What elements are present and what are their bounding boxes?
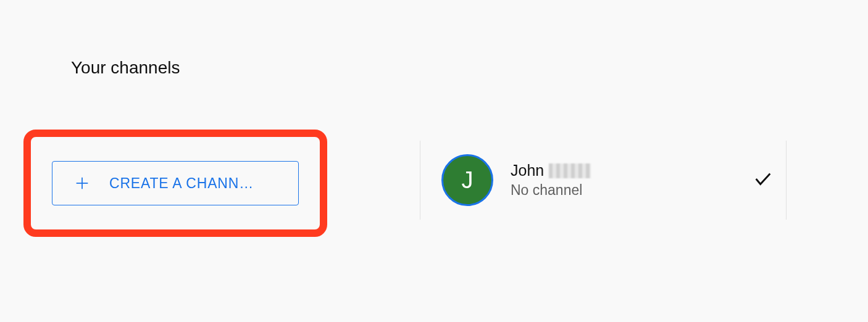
create-channel-label: CREATE A CHANN… bbox=[109, 175, 254, 192]
plus-icon bbox=[73, 175, 91, 192]
redacted-lastname bbox=[549, 163, 591, 178]
highlight-annotation: CREATE A CHANN… bbox=[23, 130, 327, 237]
avatar: J bbox=[441, 154, 493, 206]
page-title: Your channels bbox=[71, 58, 180, 78]
account-text-block: John No channel bbox=[511, 162, 753, 199]
create-channel-button[interactable]: CREATE A CHANN… bbox=[52, 161, 299, 205]
check-icon bbox=[753, 168, 774, 192]
account-row[interactable]: J John No channel bbox=[420, 141, 787, 220]
account-subtext: No channel bbox=[511, 182, 753, 199]
account-name-line: John bbox=[511, 162, 753, 180]
account-name: John bbox=[511, 162, 544, 180]
